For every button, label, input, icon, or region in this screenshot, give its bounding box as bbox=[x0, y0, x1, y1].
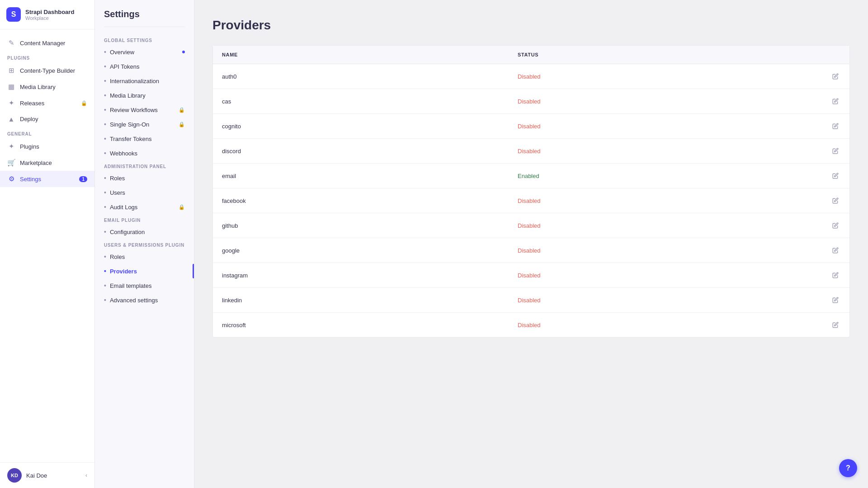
edit-provider-button[interactable] bbox=[813, 245, 840, 255]
provider-name: linkedin bbox=[222, 297, 518, 304]
review-workflows-lock-icon: 🔒 bbox=[179, 107, 185, 113]
settings-item-providers[interactable]: Providers bbox=[95, 264, 194, 278]
sidebar-nav: ✎ Content Manager PLUGINS ⊞ Content-Type… bbox=[0, 29, 94, 462]
edit-provider-button[interactable] bbox=[813, 196, 840, 206]
provider-status: Disabled bbox=[518, 222, 813, 229]
settings-section-users-permissions: USERS & PERMISSIONS PLUGIN bbox=[95, 239, 194, 249]
settings-item-users[interactable]: Users bbox=[95, 185, 194, 200]
help-button[interactable]: ? bbox=[839, 459, 857, 477]
provider-name: cas bbox=[222, 98, 518, 105]
table-row: github Disabled bbox=[213, 213, 849, 238]
sidebar-item-content-manager[interactable]: ✎ Content Manager bbox=[0, 35, 94, 51]
table-row: facebook Disabled bbox=[213, 188, 849, 213]
sidebar-item-label: Media Library bbox=[20, 84, 56, 90]
media-library-icon: ▦ bbox=[7, 83, 15, 91]
settings-section-email: EMAIL PLUGIN bbox=[95, 214, 194, 225]
edit-provider-button[interactable] bbox=[813, 121, 840, 131]
sidebar-item-content-type-builder[interactable]: ⊞ Content-Type Builder bbox=[0, 62, 94, 79]
page-title: Providers bbox=[212, 18, 850, 33]
sidebar-item-deploy[interactable]: ▲ Deploy bbox=[0, 111, 94, 127]
provider-status: Disabled bbox=[518, 197, 813, 204]
main-content: Providers NAME STATUS auth0 Disabled cas… bbox=[194, 0, 868, 488]
edit-provider-button[interactable] bbox=[813, 320, 840, 330]
table-row: google Disabled bbox=[213, 238, 849, 263]
settings-item-webhooks[interactable]: Webhooks bbox=[95, 146, 194, 160]
sidebar-collapse-icon[interactable]: ‹ bbox=[85, 472, 87, 479]
provider-status: Disabled bbox=[518, 98, 813, 105]
settings-section-admin: ADMINISTRATION PANEL bbox=[95, 160, 194, 171]
table-row: linkedin Disabled bbox=[213, 288, 849, 313]
sidebar-item-label: Content Manager bbox=[20, 40, 65, 47]
provider-status: Disabled bbox=[518, 272, 813, 279]
provider-name: email bbox=[222, 173, 518, 179]
releases-icon: ✦ bbox=[7, 99, 15, 107]
provider-status: Disabled bbox=[518, 322, 813, 328]
sidebar-item-label: Content-Type Builder bbox=[20, 67, 75, 74]
sidebar-section-plugins: PLUGINS bbox=[0, 51, 94, 62]
single-sign-on-lock-icon: 🔒 bbox=[179, 122, 185, 127]
edit-provider-button[interactable] bbox=[813, 221, 840, 230]
sidebar-header: S Strapi Dashboard Workplace bbox=[0, 0, 94, 29]
col-name-header: NAME bbox=[222, 52, 518, 57]
provider-name: instagram bbox=[222, 272, 518, 279]
edit-provider-button[interactable] bbox=[813, 295, 840, 305]
provider-status: Disabled bbox=[518, 247, 813, 254]
provider-status: Disabled bbox=[518, 297, 813, 304]
sidebar-section-general: GENERAL bbox=[0, 127, 94, 138]
table-row: discord Disabled bbox=[213, 139, 849, 164]
col-status-header: STATUS bbox=[518, 52, 813, 57]
settings-item-configuration[interactable]: Configuration bbox=[95, 225, 194, 239]
sidebar-item-marketplace[interactable]: 🛒 Marketplace bbox=[0, 155, 94, 171]
content-manager-icon: ✎ bbox=[7, 39, 15, 47]
settings-badge: 1 bbox=[79, 176, 87, 182]
providers-table: NAME STATUS auth0 Disabled cas Disabled … bbox=[212, 45, 850, 338]
settings-panel-title: Settings bbox=[95, 9, 194, 27]
sidebar-item-settings[interactable]: ⚙ Settings 1 bbox=[0, 171, 94, 187]
table-row: cas Disabled bbox=[213, 89, 849, 114]
provider-name: google bbox=[222, 247, 518, 254]
provider-status: Disabled bbox=[518, 148, 813, 155]
settings-section-global: GLOBAL SETTINGS bbox=[95, 34, 194, 45]
settings-item-media-library[interactable]: Media Library bbox=[95, 88, 194, 103]
settings-item-single-sign-on[interactable]: Single Sign-On 🔒 bbox=[95, 117, 194, 131]
settings-item-internationalization[interactable]: Internationalization bbox=[95, 74, 194, 88]
edit-provider-button[interactable] bbox=[813, 171, 840, 181]
settings-panel: Settings GLOBAL SETTINGS Overview API To… bbox=[95, 0, 194, 488]
app-name: Strapi Dashboard bbox=[25, 9, 74, 15]
edit-provider-button[interactable] bbox=[813, 270, 840, 280]
edit-provider-button[interactable] bbox=[813, 146, 840, 156]
settings-item-email-templates[interactable]: Email templates bbox=[95, 278, 194, 293]
provider-name: cognito bbox=[222, 123, 518, 130]
sidebar-item-plugins[interactable]: ✦ Plugins bbox=[0, 138, 94, 155]
app-logo: S bbox=[6, 7, 21, 22]
settings-item-audit-logs[interactable]: Audit Logs 🔒 bbox=[95, 200, 194, 214]
provider-status: Disabled bbox=[518, 73, 813, 80]
settings-item-advanced-settings[interactable]: Advanced settings bbox=[95, 293, 194, 307]
provider-status: Disabled bbox=[518, 123, 813, 130]
sidebar-item-label: Releases bbox=[20, 100, 44, 107]
settings-item-up-roles[interactable]: Roles bbox=[95, 249, 194, 264]
col-actions-header bbox=[813, 52, 840, 57]
overview-dot bbox=[182, 51, 185, 53]
edit-provider-button[interactable] bbox=[813, 96, 840, 106]
table-row: auth0 Disabled bbox=[213, 64, 849, 89]
settings-item-overview[interactable]: Overview bbox=[95, 45, 194, 59]
sidebar-item-media-library[interactable]: ▦ Media Library bbox=[0, 79, 94, 95]
edit-provider-button[interactable] bbox=[813, 71, 840, 81]
marketplace-icon: 🛒 bbox=[7, 159, 15, 167]
table-header: NAME STATUS bbox=[213, 46, 849, 64]
releases-lock-icon: 🔒 bbox=[81, 100, 87, 106]
plugins-icon: ✦ bbox=[7, 142, 15, 150]
provider-status: Enabled bbox=[518, 173, 813, 179]
provider-name: github bbox=[222, 222, 518, 229]
deploy-icon: ▲ bbox=[7, 115, 15, 123]
audit-logs-lock-icon: 🔒 bbox=[179, 204, 185, 210]
avatar: KD bbox=[7, 468, 22, 483]
sidebar-item-label: Marketplace bbox=[20, 160, 52, 166]
settings-item-roles[interactable]: Roles bbox=[95, 171, 194, 185]
settings-item-review-workflows[interactable]: Review Workflows 🔒 bbox=[95, 103, 194, 117]
settings-icon: ⚙ bbox=[7, 175, 15, 183]
sidebar-item-releases[interactable]: ✦ Releases 🔒 bbox=[0, 95, 94, 111]
settings-item-transfer-tokens[interactable]: Transfer Tokens bbox=[95, 131, 194, 146]
settings-item-api-tokens[interactable]: API Tokens bbox=[95, 59, 194, 74]
